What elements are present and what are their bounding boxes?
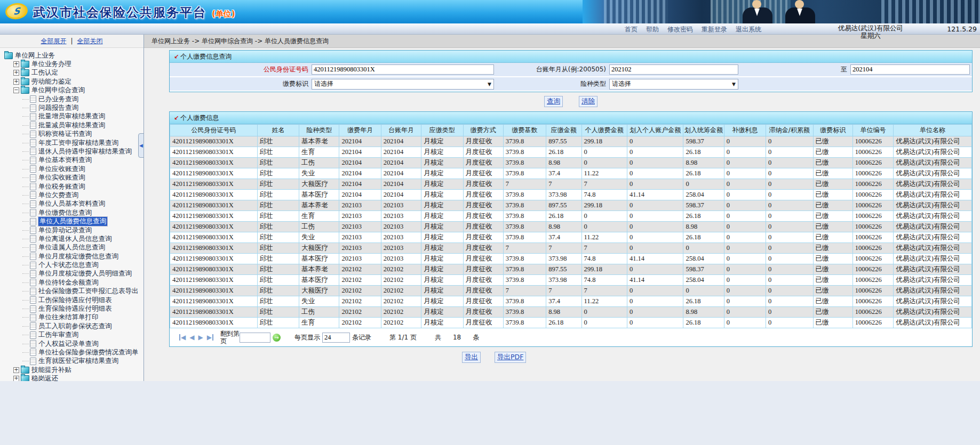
tree-connector <box>22 187 29 187</box>
table-cell: 3739.8 <box>503 307 546 318</box>
results-panel-header: ↙ 个人缴费信息 <box>170 112 972 124</box>
expand-plus-icon[interactable]: + <box>13 70 19 76</box>
document-icon <box>30 218 36 225</box>
sidebar-item[interactable]: 单位往来结算单打印 <box>2 313 144 322</box>
sidebar-item[interactable]: 生育就医登记审核结果查询 <box>2 357 144 366</box>
goto-page-button[interactable]: → <box>273 334 281 342</box>
sidebar-item[interactable]: +技能提升补贴 <box>2 366 144 374</box>
collapse-minus-icon[interactable]: − <box>13 87 19 93</box>
table-cell: 42011219890803301X <box>170 200 258 211</box>
sidebar-item[interactable]: 职称资格证书查询 <box>2 130 144 139</box>
last-page-icon[interactable]: ▶ <box>207 334 213 341</box>
topbar-link[interactable]: 首页 <box>625 25 638 34</box>
sidebar-item[interactable]: 单位基本资料查询 <box>2 156 144 165</box>
sidebar-item[interactable]: 单位网上业务 <box>2 51 144 60</box>
sidebar-item[interactable]: 退休人员待遇申报审核结果查询 <box>2 147 144 156</box>
table-cell: 10006226 <box>852 168 893 179</box>
table-cell: 3739.8 <box>503 318 546 328</box>
sidebar-item[interactable]: 单位离退休人员信息查询 <box>2 234 144 243</box>
topbar-link[interactable]: 退出系统 <box>736 25 761 34</box>
table-cell: 月核定 <box>421 243 463 254</box>
sidebar-item[interactable]: 工伤年审查询 <box>2 331 144 339</box>
sidebar-item[interactable]: 批量减员审核结果查询 <box>2 121 144 130</box>
sidebar-item[interactable]: 单位待转金余额查询 <box>2 278 144 287</box>
sidebar-item[interactable]: 问题报告查询 <box>2 103 144 112</box>
insurance-type-select[interactable]: 请选择 ▼ <box>609 79 738 90</box>
expand-plus-icon[interactable]: + <box>13 61 19 67</box>
period-from-input[interactable] <box>609 64 738 75</box>
sidebar-item[interactable]: 单位遗属人员信息查询 <box>2 244 144 252</box>
section-marker-icon: ↙ <box>174 115 179 122</box>
sidebar-item[interactable]: 工伤保险待遇应付明细表 <box>2 296 144 304</box>
document-icon <box>30 340 36 347</box>
table-cell: 74.8 <box>581 190 627 200</box>
sidebar-item[interactable]: +单位业务办理 <box>2 60 144 68</box>
sidebar-item[interactable]: 社会保险缴费工资申报汇总表导出 <box>2 287 144 296</box>
topbar-link[interactable]: 帮助 <box>646 25 659 34</box>
photo-building <box>604 0 668 23</box>
sidebar-item[interactable]: 员工入职前参保状态查询 <box>2 322 144 330</box>
table-cell: 优易达(武汉)有限公司 <box>894 158 972 168</box>
table-cell: 10006226 <box>852 136 893 147</box>
sidebar-item[interactable]: 已办业务查询 <box>2 95 144 103</box>
tree-connector <box>22 99 29 100</box>
expand-plus-icon[interactable]: + <box>13 376 19 381</box>
id-number-label: 公民身份证号码 <box>170 65 312 74</box>
table-cell: 10006226 <box>852 158 893 168</box>
search-button[interactable]: 查询 <box>544 96 563 107</box>
sidebar-item[interactable]: 单位月度核定缴费人员明细查询 <box>2 270 144 278</box>
expand-plus-icon[interactable]: + <box>13 367 19 373</box>
sidebar-item[interactable]: 单位实收账查询 <box>2 173 144 182</box>
table-cell: 月度征收 <box>463 211 503 222</box>
sidebar-collapse-handle[interactable]: ◀ <box>138 133 144 158</box>
sidebar-item[interactable]: 单位应收账查询 <box>2 165 144 173</box>
next-page-icon[interactable]: ▶ <box>198 334 203 341</box>
expand-all-link[interactable]: 全部展开 <box>41 37 66 46</box>
table-cell: 41.14 <box>627 190 683 200</box>
sidebar-item-label: 劳动能力鉴定 <box>31 77 71 86</box>
table-cell: 邱壮 <box>257 264 299 275</box>
sidebar-item[interactable]: −单位网申综合查询 <box>2 86 144 95</box>
sidebar-item[interactable]: 单位缴费信息查询 <box>2 208 144 217</box>
sidebar-item[interactable]: +劳动能力鉴定 <box>2 77 144 86</box>
expand-plus-icon[interactable]: + <box>13 79 19 85</box>
sidebar-item[interactable]: 单位人员基本资料查询 <box>2 200 144 208</box>
sidebar-item[interactable]: 单位异动记录查询 <box>2 226 144 234</box>
topbar-link[interactable]: 重新登录 <box>702 25 727 34</box>
period-to-input[interactable] <box>850 64 970 75</box>
topbar-link[interactable]: 修改密码 <box>667 25 693 34</box>
sidebar-item[interactable]: 单位欠费查询 <box>2 191 144 199</box>
table-cell: 10006226 <box>852 190 893 200</box>
table-cell: 3739.8 <box>503 200 546 211</box>
sidebar-item[interactable]: 个人权益记录单查询 <box>2 339 144 348</box>
folder-icon <box>21 367 29 374</box>
table-cell: 已缴 <box>813 296 852 307</box>
pay-flag-select[interactable]: 请选择 ▼ <box>312 79 494 90</box>
sidebar-item[interactable]: 个人卡状态信息查询 <box>2 261 144 269</box>
export-pdf-button[interactable]: 导出PDF <box>495 352 526 363</box>
sidebar-item[interactable]: 单位人员缴费信息查询 <box>2 217 144 225</box>
sidebar-item[interactable]: +工伤认定 <box>2 69 144 77</box>
per-page-input[interactable] <box>322 333 350 343</box>
export-button[interactable]: 导出 <box>462 352 481 363</box>
sidebar-item[interactable]: +稳岗返还 <box>2 374 144 381</box>
table-cell: 0 <box>627 264 683 275</box>
sidebar-item[interactable]: 单位税务账查询 <box>2 182 144 191</box>
sidebar-item[interactable]: 单位社会保险参保缴费情况查询单 <box>2 348 144 357</box>
goto-page-input[interactable] <box>240 333 270 343</box>
table-cell: 优易达(武汉)有限公司 <box>894 147 972 158</box>
first-page-icon[interactable]: ◀ <box>179 334 186 341</box>
clear-button[interactable]: 清除 <box>579 96 597 107</box>
sidebar-item[interactable]: 单位月度核定缴费信息查询 <box>2 252 144 261</box>
previous-page-icon[interactable]: ◀ <box>189 334 194 341</box>
id-number-input[interactable] <box>312 64 494 75</box>
sidebar-item[interactable]: 年度工资申报审核结果查询 <box>2 139 144 147</box>
sidebar-item[interactable]: 生育保险待遇应付明细表 <box>2 304 144 313</box>
table-cell: 月度征收 <box>463 232 503 243</box>
tree-connector <box>22 300 29 301</box>
collapse-all-link[interactable]: 全部关闭 <box>77 37 103 46</box>
sidebar-item-label: 生育就医登记审核结果查询 <box>38 357 118 366</box>
sidebar-item[interactable]: 批量增员审核结果查询 <box>2 112 144 121</box>
table-cell: 10006226 <box>852 264 893 275</box>
document-icon <box>30 349 36 356</box>
